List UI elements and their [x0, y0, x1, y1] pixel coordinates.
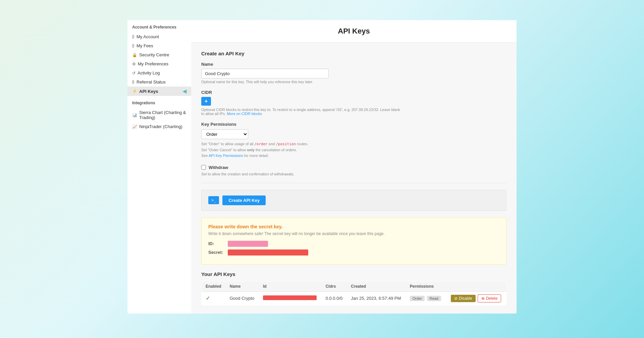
sidebar-item-label: My Account	[137, 34, 159, 39]
disable-button[interactable]: ⊘ Disable	[451, 295, 476, 302]
withdraw-checkbox[interactable]	[201, 165, 206, 170]
col-permissions: Permissions	[406, 281, 447, 291]
cell-cidrs: 0.0.0.0/0	[322, 291, 347, 305]
secret-value-bar	[228, 249, 308, 256]
col-created: Created	[347, 281, 406, 291]
cell-created: Jan 25, 2023, 6:57:49 PM	[347, 291, 406, 305]
page-title: API Keys	[201, 27, 506, 36]
api-keys-table: Enabled Name Id Cidrs Created Permission…	[201, 281, 506, 305]
divider	[201, 183, 506, 183]
page-header: API Keys	[191, 20, 517, 43]
sidebar-item-security-centre[interactable]: 🔒 Security Centre	[127, 50, 191, 59]
sidebar-item-label: API Keys	[139, 89, 158, 94]
permissions-form-group: Key Permissions Order Read Withdraw None…	[201, 122, 506, 159]
only-text: only	[247, 148, 255, 152]
account-icon: ₿	[132, 35, 135, 39]
col-name: Name	[226, 281, 259, 291]
sidebar-item-label: Referral Status	[137, 79, 166, 84]
sidebar-item-api-keys[interactable]: ⚡ API Keys ◀	[127, 87, 191, 96]
sidebar-item-ninjatrader[interactable]: 📈 NinjaTrader (Charting)	[127, 122, 191, 131]
name-form-group: Name Optional name for this key. This wi…	[201, 62, 506, 84]
id-bar	[263, 295, 317, 300]
withdraw-hint: Set to allow the creation and confirmati…	[201, 172, 506, 176]
cidr-form-group: CIDR + Optional CIDR blocks to restrict …	[201, 90, 506, 116]
warning-text: Write it down somewhere safe! The secret…	[208, 231, 499, 236]
col-actions	[447, 281, 506, 291]
create-section-title: Create an API Key	[201, 51, 506, 56]
table-header-row: Enabled Name Id Cidrs Created Permission…	[202, 281, 506, 291]
name-label: Name	[201, 62, 506, 67]
sidebar-item-sierra-chart[interactable]: 📊 Sierra Chart (Charting & Trading)	[127, 108, 191, 122]
name-input[interactable]	[201, 69, 329, 78]
cidr-label: CIDR	[201, 90, 506, 95]
cidr-add-button[interactable]: +	[201, 97, 211, 106]
sidebar: Account & Preferences ₿ My Account ₿ My …	[127, 20, 191, 314]
id-value-bar	[228, 241, 268, 247]
sidebar-item-activity-log[interactable]: ↺ Activity Log	[127, 68, 191, 77]
withdraw-label: Withdraw	[209, 165, 228, 170]
lock-icon: 🔒	[132, 53, 137, 57]
code-position: /position	[276, 142, 296, 146]
sidebar-item-my-fees[interactable]: ₿ My Fees	[127, 41, 191, 50]
sidebar-item-label: My Preferences	[138, 61, 168, 66]
sidebar-item-label: Sierra Chart (Charting & Trading)	[139, 110, 186, 120]
chart-icon: 📊	[132, 113, 137, 117]
sidebar-item-my-account[interactable]: ₿ My Account	[127, 32, 191, 41]
permissions-label: Key Permissions	[201, 122, 506, 127]
cidr-hint: Optional CIDR blocks to restrict this ke…	[201, 108, 402, 116]
main-container: Account & Preferences ₿ My Account ₿ My …	[127, 20, 517, 314]
your-keys-title: Your API Keys	[201, 271, 506, 277]
api-keys-icon: ⚡	[132, 89, 137, 94]
id-label: ID:	[208, 241, 225, 246]
chart2-icon: 📈	[132, 124, 137, 129]
col-id: Id	[259, 281, 322, 291]
cell-permissions: Order Read	[406, 291, 447, 305]
create-api-key-button[interactable]: Create API Key	[222, 195, 266, 205]
terminal-icon-button[interactable]: >_	[208, 196, 219, 204]
activity-icon: ↺	[132, 71, 136, 75]
secret-row: Secret:	[208, 249, 499, 256]
secret-label: Secret:	[208, 250, 225, 255]
create-btn-container: >_ Create API Key	[201, 190, 506, 211]
perm-badge-order: Order	[410, 296, 425, 301]
perm-badge-read: Read	[427, 296, 441, 301]
sidebar-item-referral-status[interactable]: ₿ Referral Status	[127, 77, 191, 87]
account-section-title: Account & Preferences	[127, 20, 191, 32]
enabled-check-icon: ✓	[206, 295, 210, 301]
main-content: API Keys Create an API Key Name Optional…	[191, 20, 517, 314]
withdraw-form-group: Withdraw Set to allow the creation and c…	[201, 165, 506, 176]
delete-button[interactable]: ⊗ Delete	[478, 294, 501, 302]
api-permissions-link[interactable]: API Key Permissions	[209, 154, 243, 158]
warning-box: Please write down the secret key. Write …	[201, 218, 506, 265]
cidr-link[interactable]: More on CIDR blocks	[227, 112, 262, 116]
gear-icon: ⚙	[132, 62, 136, 66]
disable-icon: ⊘	[454, 296, 458, 301]
cell-id	[259, 291, 322, 305]
fees-icon: ₿	[132, 44, 135, 48]
sidebar-item-my-preferences[interactable]: ⚙ My Preferences	[127, 59, 191, 68]
table-row: ✓ Good Crypto 0.0.0.0/0 Jan 25, 2023, 6:…	[202, 291, 506, 305]
sidebar-item-label: My Fees	[137, 43, 153, 48]
col-cidrs: Cidrs	[322, 281, 347, 291]
id-row: ID:	[208, 241, 499, 247]
sidebar-item-label: NinjaTrader (Charting)	[139, 124, 182, 129]
content-area: Create an API Key Name Optional name for…	[191, 43, 517, 314]
name-hint: Optional name for this key. This will he…	[201, 80, 506, 84]
code-order: /order	[254, 142, 268, 146]
warning-title: Please write down the secret key.	[208, 224, 499, 229]
permissions-hint: Set "Order" to allow usage of all /order…	[201, 141, 402, 159]
permissions-select[interactable]: Order Read Withdraw None	[201, 129, 248, 139]
sidebar-item-label: Activity Log	[138, 70, 160, 75]
cell-actions: ⊘ Disable ⊗ Delete	[447, 291, 506, 305]
cell-name: Good Crypto	[226, 291, 259, 305]
sidebar-item-label: Security Centre	[139, 52, 169, 57]
integrations-section-title: Integrations	[127, 96, 191, 108]
chevron-right-icon: ◀	[183, 89, 186, 94]
cell-enabled: ✓	[202, 291, 226, 305]
delete-icon: ⊗	[481, 296, 485, 301]
col-enabled: Enabled	[202, 281, 226, 291]
referral-icon: ₿	[132, 80, 135, 84]
